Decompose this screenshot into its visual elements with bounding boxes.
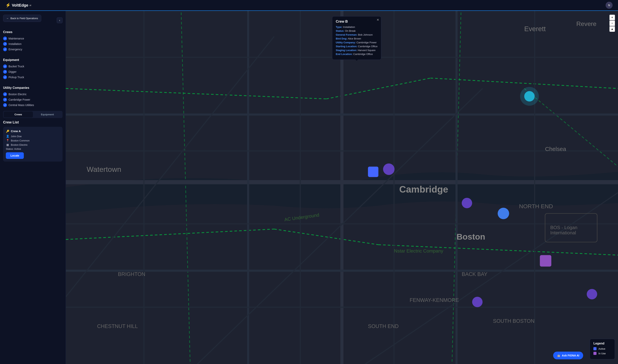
back-button[interactable]: ← Back to Field Operations [3, 15, 41, 22]
popup-staging-row: Staging Location: Harvard Square [336, 49, 378, 52]
popup-foreman-label: General Foreman: [336, 33, 357, 36]
filter-installation[interactable]: Installation [3, 41, 63, 47]
svg-text:Nstar Electric Company: Nstar Electric Company [394, 248, 443, 254]
crew-company-icon: ▦ [6, 143, 9, 146]
filter-cambridge-power[interactable]: Cambridge Power [3, 97, 63, 102]
legend-in-use-label: In Use [598, 352, 606, 355]
map-reset-button[interactable]: ▲ [609, 26, 615, 32]
emergency-check-icon [3, 47, 7, 51]
locate-button[interactable]: Locate [6, 152, 24, 159]
central-mass-check-icon [3, 103, 7, 107]
svg-text:BACK BAY: BACK BAY [462, 271, 487, 277]
crews-filter-list: Maintenance Installation Emergency [3, 36, 63, 52]
logo-ai: ai [29, 4, 31, 6]
svg-text:SOUTH BOSTON: SOUTH BOSTON [493, 318, 535, 324]
tab-equipment[interactable]: Equipment [33, 111, 62, 117]
popup-birddog-row: Bird Dog: Alice Brown [336, 37, 378, 40]
boston-electric-label: Boston Electric [9, 93, 26, 96]
tab-equipment-label: Equipment [41, 113, 54, 116]
svg-text:Cambridge: Cambridge [399, 184, 448, 195]
central-mass-label: Central Mass Utilities [9, 104, 34, 107]
popup-type-label: Type: [336, 26, 342, 28]
ask-fiona-label: Ask FIONA AI [562, 354, 579, 357]
svg-text:Everett: Everett [524, 25, 546, 33]
svg-text:Chelsea: Chelsea [545, 146, 566, 152]
popup-starting-label: Starting Location: [336, 45, 357, 48]
popup-end-value: Cambridge Office [353, 53, 373, 55]
map-svg: Cambridge Boston Watertown Everett Rever… [66, 11, 618, 364]
popup-status-value: On Break [345, 29, 356, 32]
map-area[interactable]: Cambridge Boston Watertown Everett Rever… [66, 11, 618, 364]
filter-central-mass[interactable]: Central Mass Utilities [3, 102, 63, 108]
popup-starting-row: Starting Location: Cambridge Office [336, 45, 378, 48]
svg-text:FENWAY-KENMORE: FENWAY-KENMORE [410, 297, 459, 303]
svg-rect-52 [540, 255, 551, 266]
utility-companies-section-title: Utility Companies [3, 86, 63, 90]
sidebar-collapse-button[interactable]: ‹ [57, 17, 63, 23]
maintenance-label: Maintenance [9, 37, 24, 40]
svg-rect-46 [368, 167, 379, 177]
popup-type-value: Installation [343, 26, 355, 28]
ask-fiona-button[interactable]: 🤖 Ask FIONA AI [553, 352, 583, 359]
popup-title: Crew B [336, 20, 378, 24]
crew-card-header: 🔑 Crew A [6, 130, 60, 133]
equipment-filter-list: Bucket Truck Digger Pickup Truck [3, 64, 63, 80]
main-layout: ← Back to Field Operations ‹ Crews Maint… [0, 11, 618, 364]
crew-location-row: 📍 Boston Common [6, 139, 60, 142]
legend: Legend Active In Use [590, 339, 615, 359]
app-logo: ⚡ VoltEdge ai [5, 3, 31, 8]
filter-maintenance[interactable]: Maintenance [3, 36, 63, 41]
bucket-truck-check-icon [3, 65, 7, 68]
svg-text:BOS - Logan: BOS - Logan [550, 225, 577, 230]
legend-active: Active [593, 347, 611, 350]
crew-person-name: John Doe [11, 135, 22, 138]
crew-company-row: ▦ Boston Electric [6, 143, 60, 146]
pickup-truck-check-icon [3, 75, 7, 79]
filter-bucket-truck[interactable]: Bucket Truck [3, 64, 63, 69]
tab-crews-label: Crews [14, 113, 22, 116]
popup-staging-value: Harvard Square [358, 49, 376, 52]
sidebar: ← Back to Field Operations ‹ Crews Maint… [0, 11, 66, 364]
zoom-out-button[interactable]: − [609, 21, 615, 26]
crew-status: Status: Active [6, 147, 60, 150]
svg-text:SOUTH END: SOUTH END [368, 323, 399, 329]
equipment-section-title: Equipment [3, 58, 63, 62]
popup-birddog-label: Bird Dog: [336, 37, 347, 40]
svg-text:Boston: Boston [457, 232, 485, 241]
svg-text:Watertown: Watertown [87, 165, 121, 173]
popup-starting-value: Cambridge Office [358, 45, 378, 48]
digger-check-icon [3, 70, 7, 74]
cambridge-power-label: Cambridge Power [9, 98, 30, 101]
legend-active-label: Active [598, 347, 605, 350]
legend-in-use-icon [593, 352, 596, 355]
popup-foreman-value: Bob Johnson [358, 33, 373, 36]
digger-label: Digger [9, 70, 16, 73]
legend-in-use: In Use [593, 352, 611, 355]
logo-name: VoltEdge [12, 3, 28, 8]
filter-pickup-truck[interactable]: Pickup Truck [3, 75, 63, 80]
maintenance-check-icon [3, 37, 7, 40]
installation-check-icon [3, 42, 7, 46]
crew-person-icon: 👤 [6, 135, 9, 138]
installation-label: Installation [9, 42, 22, 45]
crew-card-a: 🔑 Crew A 👤 John Doe 📍 Boston Common ▦ Bo… [3, 127, 63, 162]
emergency-label: Emergency [9, 48, 22, 51]
filter-digger[interactable]: Digger [3, 69, 63, 75]
filter-emergency[interactable]: Emergency [3, 47, 63, 52]
bucket-truck-label: Bucket Truck [9, 65, 24, 68]
svg-point-53 [472, 297, 483, 307]
popup-close-button[interactable]: ✕ [377, 18, 379, 22]
popup-birddog-value: Alice Brown [348, 37, 361, 40]
collapse-icon: ‹ [59, 19, 60, 22]
filter-boston-electric[interactable]: Boston Electric [3, 91, 63, 97]
pickup-truck-label: Pickup Truck [9, 76, 24, 79]
zoom-in-button[interactable]: + [609, 15, 615, 20]
avatar[interactable]: N [605, 2, 613, 9]
popup-foreman-row: General Foreman: Bob Johnson [336, 33, 378, 36]
svg-text:CHESTNUT HILL: CHESTNUT HILL [97, 323, 138, 329]
svg-point-49 [462, 198, 472, 208]
crew-key-icon: 🔑 [6, 130, 9, 133]
crew-location-icon: 📍 [6, 139, 9, 142]
tab-crews[interactable]: Crews [4, 111, 33, 117]
legend-active-icon [593, 347, 596, 350]
